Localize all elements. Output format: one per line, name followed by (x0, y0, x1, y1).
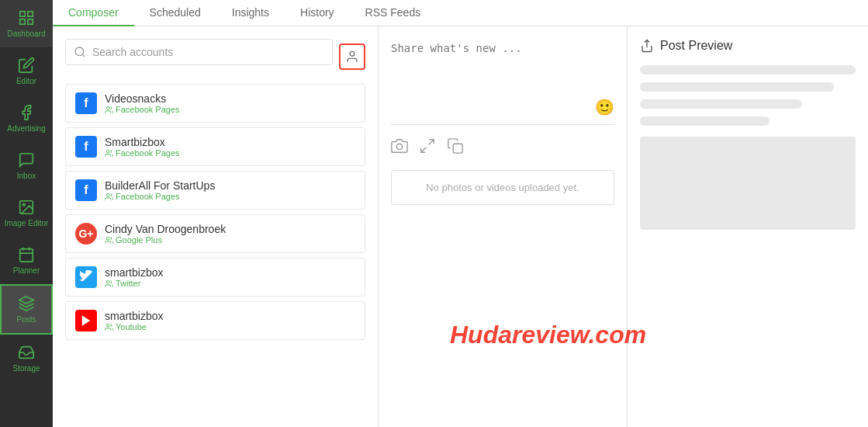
account-type: Twitter (105, 279, 163, 288)
sidebar-item-label: Posts (16, 315, 36, 324)
account-name: smartbizbox (105, 266, 163, 279)
preview-title: Post Preview (640, 39, 856, 53)
sidebar-item-planner[interactable]: Planner (0, 237, 53, 284)
account-type: Google Plus (105, 235, 226, 245)
account-info: BuilderAll For StartUps Facebook Pages (105, 179, 215, 201)
sidebar-item-storage[interactable]: Storage (0, 335, 53, 382)
sidebar-item-label: Storage (12, 364, 40, 373)
sidebar-item-label: Planner (13, 266, 40, 275)
sidebar-item-inbox[interactable]: Inbox (0, 142, 53, 189)
accounts-panel: f Videosnacks Facebook Pages f Smartbizb… (53, 26, 379, 427)
tab-composer[interactable]: Composer (53, 0, 134, 26)
inbox-icon (18, 151, 35, 168)
tab-rss-feeds[interactable]: RSS Feeds (350, 0, 437, 26)
account-info: Videosnacks Facebook Pages (105, 92, 180, 114)
copy-button[interactable] (447, 137, 464, 158)
search-input[interactable] (92, 46, 324, 58)
account-type: Youtube (105, 322, 163, 332)
svg-rect-0 (20, 12, 25, 16)
storage-icon (18, 344, 35, 361)
people-icon (105, 279, 113, 288)
content-area: f Videosnacks Facebook Pages f Smartbizb… (53, 26, 868, 427)
account-item-smartbizbox-yt[interactable]: smartbizbox Youtube (65, 301, 365, 340)
svg-point-19 (106, 324, 109, 327)
account-name: Smartbizbox (105, 136, 180, 148)
emoji-button[interactable]: 🙂 (595, 98, 614, 116)
tab-bar: Composer Scheduled Insights History RSS … (53, 0, 868, 26)
svg-line-22 (421, 148, 426, 152)
svg-rect-1 (28, 12, 33, 16)
advertising-icon (18, 104, 35, 121)
people-icon (105, 106, 113, 114)
sidebar-item-editor[interactable]: Editor (0, 47, 53, 95)
sidebar-item-label: Inbox (17, 172, 36, 180)
svg-rect-3 (28, 19, 33, 24)
account-item-videosnacks[interactable]: f Videosnacks Facebook Pages (65, 84, 365, 123)
editor-icon (18, 57, 35, 74)
svg-point-13 (106, 106, 109, 109)
tab-insights[interactable]: Insights (216, 0, 285, 26)
svg-rect-23 (453, 144, 462, 153)
account-type: Facebook Pages (105, 192, 215, 201)
compose-box: 🙂 No photos or videos uploaded yet. (391, 39, 614, 415)
compose-textarea[interactable] (391, 39, 595, 116)
svg-point-20 (396, 144, 402, 149)
search-bar (65, 39, 333, 65)
sidebar-item-posts[interactable]: Posts (0, 284, 53, 335)
account-info: Smartbizbox Facebook Pages (105, 136, 180, 158)
preview-line-4 (640, 116, 769, 126)
preview-line-3 (640, 99, 802, 109)
photo-button[interactable] (391, 137, 408, 158)
person-add-icon (345, 50, 359, 64)
camera-icon (391, 137, 408, 154)
svg-point-10 (75, 47, 84, 56)
resize-icon (419, 137, 436, 154)
svg-point-16 (106, 237, 109, 240)
sidebar-item-image-editor[interactable]: Image Editor (0, 189, 53, 237)
account-item-builderall[interactable]: f BuilderAll For StartUps Facebook Pages (65, 171, 365, 210)
preview-image (640, 137, 856, 230)
compose-divider (391, 124, 614, 125)
people-icon (105, 149, 113, 158)
tab-scheduled[interactable]: Scheduled (134, 0, 216, 26)
account-name: BuilderAll For StartUps (105, 179, 215, 192)
image-resize-button[interactable] (419, 137, 436, 158)
svg-line-21 (429, 140, 434, 144)
preview-line-1 (640, 65, 856, 75)
account-item-cindy[interactable]: G+ Cindy Van Droogenbroek Google Plus (65, 214, 365, 253)
sidebar-item-label: Image Editor (5, 219, 49, 227)
svg-marker-18 (82, 315, 91, 326)
compose-panel: 🙂 No photos or videos uploaded yet. (379, 26, 628, 427)
account-name: smartbizbox (105, 310, 163, 322)
preview-line-2 (640, 82, 834, 92)
people-icon (105, 236, 113, 245)
account-item-smartbizbox-tw[interactable]: smartbizbox Twitter (65, 258, 365, 297)
sidebar-item-label: Dashboard (8, 30, 46, 38)
add-account-button[interactable] (339, 43, 365, 70)
svg-point-14 (106, 150, 109, 153)
youtube-icon (75, 310, 97, 332)
dashboard-icon (18, 9, 35, 26)
search-icon (74, 46, 86, 58)
account-item-smartbizbox-fb[interactable]: f Smartbizbox Facebook Pages (65, 127, 365, 166)
account-name: Videosnacks (105, 92, 180, 105)
svg-point-5 (22, 203, 25, 206)
account-info: Cindy Van Droogenbroek Google Plus (105, 223, 226, 245)
people-icon (105, 323, 113, 332)
facebook-icon: f (75, 92, 97, 114)
posts-icon (18, 295, 35, 312)
svg-line-11 (82, 54, 85, 57)
copy-icon (447, 137, 464, 154)
sidebar-item-dashboard[interactable]: Dashboard (0, 0, 53, 47)
sidebar-item-label: Editor (16, 77, 36, 85)
svg-rect-2 (20, 19, 25, 24)
share-icon (640, 39, 654, 53)
image-editor-icon (18, 199, 35, 216)
sidebar: Dashboard Editor Advertising Inbox Image… (0, 0, 53, 427)
sidebar-item-advertising[interactable]: Advertising (0, 95, 53, 142)
svg-point-15 (106, 193, 109, 196)
people-icon (105, 193, 113, 201)
account-info: smartbizbox Twitter (105, 266, 163, 288)
tab-history[interactable]: History (285, 0, 350, 26)
account-name: Cindy Van Droogenbroek (105, 223, 226, 235)
